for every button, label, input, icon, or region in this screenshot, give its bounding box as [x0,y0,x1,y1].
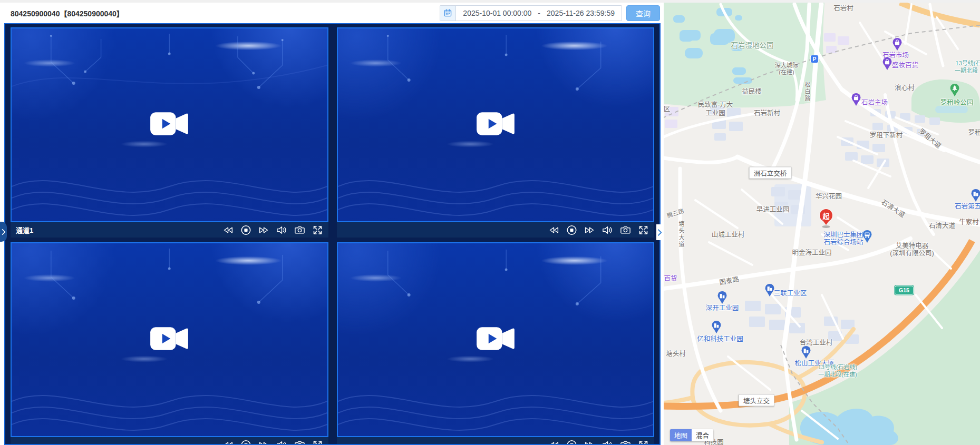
start-marker[interactable]: 起 [820,209,832,222]
video-panel-4[interactable] [337,242,655,437]
fast-forward-button[interactable] [258,440,269,445]
map-label: 塘头立交 [739,394,774,407]
video-cell-2 [337,27,655,238]
chevron-right-icon [2,229,6,235]
bus-marker[interactable] [861,230,873,243]
volume-button[interactable] [602,440,613,445]
player-control-bar-1: 通道1 [11,222,328,238]
rewind-button[interactable] [548,440,559,445]
map-label: 石岩村 [833,3,853,13]
map-label: 牛家村 [959,216,979,226]
map-canvas[interactable]: 石岩村石岩湿地公园深大城际(在建)石岩市场盛妆百货13号线(石一期北段益民楼松白… [664,3,980,445]
map-label: 明金海工业园 [792,247,831,257]
video-camera-icon [149,110,190,141]
map-label: 罗租岭公园 [940,97,974,107]
snapshot-button[interactable] [294,225,305,235]
search-button[interactable]: 查询 [626,5,660,21]
map-label: (在建) [779,67,794,76]
channel-label: 通道1 [16,225,33,235]
volume-button[interactable] [276,225,287,235]
video-grid-container: 通道1 [4,23,661,445]
parking-marker[interactable] [810,55,819,64]
fast-forward-button[interactable] [584,440,595,445]
calendar-icon[interactable] [440,6,456,21]
shop-marker[interactable] [850,93,862,106]
playback-pane: 804250900040【804250900040】 2025-10-01 00… [0,0,662,445]
map-label: 塘头村 [666,348,686,358]
map-label: 罗租 [968,127,980,137]
map-type-button-hybrid[interactable]: 混合 [692,429,713,441]
start-datetime-value[interactable]: 2025-10-01 00:00:00 [463,9,531,17]
map-label: 一期北段(在建) [818,370,857,378]
rewind-button[interactable] [222,440,234,445]
map-label: (深圳有限公司) [890,248,934,258]
shop-marker[interactable] [891,37,903,51]
map-label: 石岩综合场站 [823,236,863,246]
snapshot-button[interactable] [620,440,631,445]
map-label: 塘头大道 [677,221,685,248]
map-label: 石岩湿地公园 [731,39,774,50]
video-panel-2[interactable] [337,27,655,222]
fast-forward-button[interactable] [584,225,595,235]
player-control-bar-4 [337,437,655,445]
fullscreen-button[interactable] [312,440,323,445]
building-marker[interactable] [970,189,980,202]
snapshot-button[interactable] [294,440,305,445]
video-panel-1[interactable] [11,27,328,222]
video-camera-icon [149,324,190,355]
map-label: 华兴花园 [816,191,842,201]
rewind-button[interactable] [548,225,559,235]
stop-button[interactable] [240,440,251,445]
map-label: 洲石立交桥 [749,167,792,179]
stop-button[interactable] [566,440,577,445]
map-label: 罗租下新村 [870,130,903,140]
fullscreen-button[interactable] [638,225,649,235]
stop-button[interactable] [240,225,251,235]
video-camera-icon [475,324,516,355]
device-title: 804250900040【804250900040】 [11,8,124,18]
map-label: 山城工业村 [712,229,745,239]
player-control-bar-2 [337,222,655,238]
shop-marker[interactable] [881,57,893,71]
video-camera-icon [475,110,516,141]
highway-badge: G15 [895,286,914,295]
building-marker[interactable] [764,283,775,297]
tree-marker[interactable] [949,83,960,97]
chevron-right-icon [657,229,662,236]
map-label: 益民楼 [742,86,762,96]
video-cell-1: 通道1 [11,27,328,238]
video-cell-3 [11,242,328,445]
map-label: 松白路 [803,82,811,103]
map-label: 工业园 [705,107,725,117]
video-panel-3[interactable] [11,242,328,437]
date-range-separator: - [538,9,540,17]
map-label: 石岩主场 [861,97,888,107]
fullscreen-button[interactable] [638,440,649,445]
volume-button[interactable] [276,440,287,445]
page-top-strip [0,0,980,3]
map-label: 区 [664,103,670,113]
volume-button[interactable] [602,225,613,235]
stop-button[interactable] [566,225,577,235]
snapshot-button[interactable] [620,225,631,235]
rewind-button[interactable] [222,225,234,235]
query-toolbar: 804250900040【804250900040】 2025-10-01 00… [0,3,662,23]
building-marker[interactable] [716,291,728,304]
map-label: 三联工业区 [774,288,807,298]
left-collapse-tab[interactable] [0,222,7,242]
map-label: 一期北段 [955,66,978,74]
map-label: 百货 [664,273,677,283]
fullscreen-button[interactable] [312,225,323,235]
end-datetime-value[interactable]: 2025-11-26 23:59:59 [547,9,615,17]
fast-forward-button[interactable] [258,225,269,235]
map-label: 浪心村 [895,82,915,92]
building-marker[interactable] [711,320,722,334]
right-collapse-tab[interactable] [656,224,663,240]
date-range-picker[interactable]: 2025-10-01 00:00:00 - 2025-11-26 23:59:5… [440,5,622,21]
map-type-button-map[interactable]: 地图 [670,429,692,441]
map-label: 早进工业园 [756,204,790,214]
map-label: 石岩新村 [754,107,780,117]
map-label: 盛妆百货 [892,60,918,70]
map-layer-control: 地图 混合 [670,429,713,441]
building-marker[interactable] [800,345,812,359]
